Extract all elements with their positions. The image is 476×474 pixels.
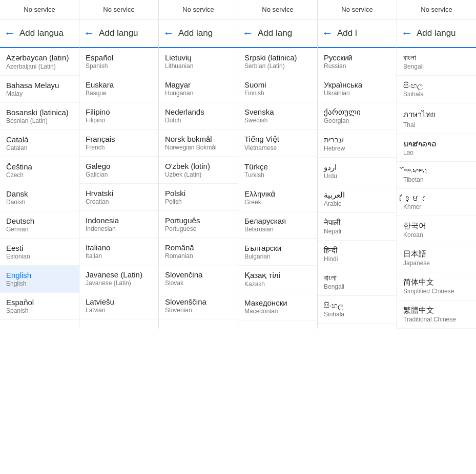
list-item[interactable]: हिन्दीHindi <box>318 241 397 268</box>
lang-english-name: Javanese (Latin) <box>86 279 152 287</box>
back-arrow-icon[interactable]: ← <box>84 27 95 40</box>
list-item[interactable]: ພາສາລາວLao <box>397 134 476 162</box>
list-item[interactable]: Tiếng ViệtVietnamese <box>238 130 317 157</box>
panel-title: Add langu <box>99 28 138 38</box>
list-item[interactable]: RomânăRomanian <box>159 238 238 265</box>
list-item[interactable]: O'zbek (lotin)Uzbek (Latin) <box>159 157 238 184</box>
list-item[interactable]: PortuguêsPortuguese <box>159 211 238 238</box>
list-item[interactable]: БеларускаяBelarusian <box>238 211 317 239</box>
lang-english-name: Azerbaijani (Latin) <box>6 63 73 70</box>
list-item[interactable]: FrançaisFrench <box>79 130 158 157</box>
list-item[interactable]: МакедонскиMacedonian <box>238 293 317 320</box>
list-item[interactable]: EspañolSpanish <box>0 293 79 320</box>
list-item[interactable]: SuomiFinnish <box>238 75 317 102</box>
lang-native-name: Azərbaycan (latın) <box>6 53 73 62</box>
lang-native-name: Suomi <box>244 80 311 89</box>
list-item[interactable]: EuskaraBasque <box>79 75 158 102</box>
list-item[interactable]: EspañolSpanish <box>79 48 158 75</box>
lang-native-name: বাংলা <box>324 273 390 283</box>
list-item[interactable]: CatalàCatalan <box>0 130 79 157</box>
back-arrow-icon[interactable]: ← <box>401 27 412 40</box>
list-item[interactable]: GalegoGalician <box>79 157 158 184</box>
panel-header-3: ←Add lang <box>238 19 317 48</box>
list-item[interactable]: SlovenčinaSlovak <box>159 265 238 292</box>
back-arrow-icon[interactable]: ← <box>242 27 254 40</box>
lang-native-name: Bahasa Melayu <box>6 81 73 90</box>
list-item[interactable]: ქართულიGeorgian <box>318 102 397 130</box>
status-segment-1: No service <box>79 0 159 19</box>
list-item[interactable]: NederlandsDutch <box>159 102 238 130</box>
list-item[interactable]: 简体中文Simplified Chinese <box>397 272 476 300</box>
lang-english-name: English <box>6 280 73 287</box>
list-item[interactable]: Қазақ тіліKazakh <box>238 266 317 293</box>
list-item[interactable]: IndonesiaIndonesian <box>79 211 158 238</box>
lang-english-name: Russian <box>324 62 390 70</box>
list-item[interactable]: PolskiPolish <box>159 184 238 211</box>
list-item[interactable]: Javanese (Latin)Javanese (Latin) <box>79 265 158 292</box>
list-item[interactable]: РусскийRussian <box>318 48 397 75</box>
list-item[interactable]: ΕλληνικάGreek <box>238 184 317 211</box>
lang-english-name: Slovak <box>165 279 232 287</box>
list-item[interactable]: DeutschGerman <box>0 211 79 239</box>
lang-english-name: Bengali <box>403 63 470 70</box>
panels-container: ←Add languaAzərbaycan (latın)Azerbaijani… <box>0 19 476 329</box>
list-item[interactable]: LatviešuLatvian <box>79 292 158 319</box>
list-item[interactable]: УкраїнськаUkrainian <box>318 75 397 102</box>
lang-native-name: Македонски <box>244 298 311 307</box>
list-item[interactable]: বাংলাBengali <box>318 268 397 296</box>
list-item[interactable]: العربيةArabic <box>318 185 397 213</box>
list-item[interactable]: 繁體中文Traditional Chinese <box>397 300 476 329</box>
panel-header-1: ←Add langu <box>79 19 158 48</box>
list-item[interactable]: SlovenščinaSlovenian <box>159 292 238 319</box>
panel-header-0: ←Add langua <box>0 19 79 48</box>
list-item[interactable]: বাংলাBengali <box>397 48 476 76</box>
list-item[interactable]: ภาษาไทยThai <box>397 103 476 134</box>
list-item[interactable]: Norsk bokmålNorwegian Bokmål <box>159 130 238 157</box>
list-item[interactable]: SvenskaSwedish <box>238 102 317 130</box>
lang-english-name: Malay <box>6 90 73 97</box>
list-item[interactable]: සිංහලSinhala <box>318 296 397 324</box>
lang-native-name: اردو <box>324 163 390 172</box>
panel-header-2: ←Add lang <box>159 19 238 48</box>
list-item[interactable]: Srpski (latinica)Serbian (Latin) <box>238 48 317 75</box>
lang-native-name: Deutsch <box>6 217 73 225</box>
panel-title: Add lang <box>178 28 213 38</box>
list-item[interactable]: HrvatskiCroatian <box>79 184 158 211</box>
back-arrow-icon[interactable]: ← <box>4 27 15 40</box>
status-segment-5: No service <box>397 0 476 19</box>
list-item[interactable]: MagyarHungarian <box>159 75 238 102</box>
list-item[interactable]: DanskDanish <box>0 184 79 211</box>
list-item[interactable]: FilipinoFilipino <box>79 102 158 130</box>
lang-english-name: Polish <box>165 198 232 205</box>
lang-native-name: नेपाली <box>324 218 390 227</box>
lang-native-name: Magyar <box>165 80 232 89</box>
back-arrow-icon[interactable]: ← <box>163 27 174 40</box>
list-item[interactable]: བོད་སྐད།Tibetan <box>397 162 476 189</box>
lang-english-name: Ukrainian <box>324 90 390 97</box>
lang-english-name: Traditional Chinese <box>403 316 470 323</box>
lang-english-name: Japanese <box>403 260 470 267</box>
list-item[interactable]: 한국어Korean <box>397 216 476 244</box>
list-item[interactable]: Bosanski (latinica)Bosnian (Latin) <box>0 103 79 130</box>
list-item[interactable]: Bahasa MelayuMalay <box>0 76 79 103</box>
list-item[interactable]: اردوUrdu <box>318 158 397 185</box>
list-item[interactable]: ItalianoItalian <box>79 238 158 265</box>
list-item[interactable]: ČeštinaCzech <box>0 157 79 184</box>
list-item[interactable]: 日本語Japanese <box>397 244 476 272</box>
list-item[interactable]: EestiEstonian <box>0 239 79 266</box>
list-item[interactable]: नेपालीNepali <box>318 213 397 241</box>
lang-english-name: Kazakh <box>244 281 311 288</box>
list-item[interactable]: සිංහලSinhala <box>397 76 476 103</box>
list-item[interactable]: עבריתHebrew <box>318 130 397 158</box>
list-item[interactable]: БългарскиBulgarian <box>238 239 317 266</box>
list-item[interactable]: Azərbaycan (latın)Azerbaijani (Latin) <box>0 48 79 76</box>
back-arrow-icon[interactable]: ← <box>322 27 333 40</box>
list-item[interactable]: EnglishEnglish <box>0 266 79 293</box>
lang-native-name: ខ្មែរ <box>403 194 470 203</box>
list-item[interactable]: LietuviųLithuanian <box>159 48 238 75</box>
lang-english-name: Galician <box>86 171 152 178</box>
list-item[interactable]: TürkçeTurkish <box>238 157 317 184</box>
lang-english-name: Slovenian <box>165 307 232 314</box>
lang-english-name: Catalan <box>6 144 73 152</box>
list-item[interactable]: ខ្មែរKhmer <box>397 189 476 216</box>
